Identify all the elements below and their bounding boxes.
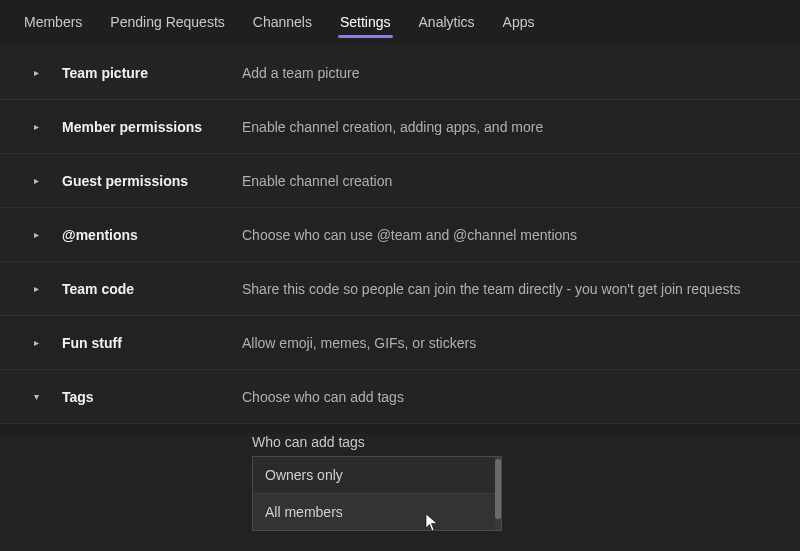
- tab-channels[interactable]: Channels: [239, 8, 326, 40]
- row-title: Team picture: [62, 65, 242, 81]
- chevron-right-icon: ▸: [28, 67, 44, 78]
- row-title: Team code: [62, 281, 242, 297]
- tab-bar: Members Pending Requests Channels Settin…: [0, 0, 800, 40]
- scrollbar[interactable]: [495, 457, 501, 530]
- settings-row-guest-permissions[interactable]: ▸ Guest permissions Enable channel creat…: [0, 154, 800, 208]
- row-title: @mentions: [62, 227, 242, 243]
- settings-row-fun-stuff[interactable]: ▸ Fun stuff Allow emoji, memes, GIFs, or…: [0, 316, 800, 370]
- settings-row-team-picture[interactable]: ▸ Team picture Add a team picture: [0, 46, 800, 100]
- chevron-down-icon: ▾: [28, 391, 44, 402]
- settings-row-team-code[interactable]: ▸ Team code Share this code so people ca…: [0, 262, 800, 316]
- row-title: Tags: [62, 389, 242, 405]
- settings-row-member-permissions[interactable]: ▸ Member permissions Enable channel crea…: [0, 100, 800, 154]
- row-desc: Choose who can add tags: [242, 389, 790, 405]
- row-desc: Allow emoji, memes, GIFs, or stickers: [242, 335, 790, 351]
- tab-apps[interactable]: Apps: [489, 8, 549, 40]
- tab-pending-requests[interactable]: Pending Requests: [96, 8, 238, 40]
- row-title: Fun stuff: [62, 335, 242, 351]
- tab-analytics[interactable]: Analytics: [405, 8, 489, 40]
- row-desc: Enable channel creation: [242, 173, 790, 189]
- settings-row-mentions[interactable]: ▸ @mentions Choose who can use @team and…: [0, 208, 800, 262]
- tags-option-all-members[interactable]: All members: [253, 494, 501, 530]
- row-desc: Share this code so people can join the t…: [242, 281, 790, 297]
- chevron-right-icon: ▸: [28, 229, 44, 240]
- tab-settings[interactable]: Settings: [326, 8, 405, 40]
- row-desc: Choose who can use @team and @channel me…: [242, 227, 790, 243]
- row-title: Member permissions: [62, 119, 242, 135]
- chevron-right-icon: ▸: [28, 175, 44, 186]
- chevron-right-icon: ▸: [28, 121, 44, 132]
- row-title: Guest permissions: [62, 173, 242, 189]
- tags-field-label: Who can add tags: [252, 434, 800, 450]
- chevron-right-icon: ▸: [28, 337, 44, 348]
- settings-row-tags[interactable]: ▾ Tags Choose who can add tags: [0, 370, 800, 424]
- chevron-right-icon: ▸: [28, 283, 44, 294]
- tags-dropdown[interactable]: Owners only All members: [252, 456, 502, 531]
- tags-expanded-region: Who can add tags Owners only All members: [0, 434, 800, 551]
- row-desc: Enable channel creation, adding apps, an…: [242, 119, 790, 135]
- row-desc: Add a team picture: [242, 65, 790, 81]
- tags-option-owners-only[interactable]: Owners only: [253, 457, 501, 494]
- tab-members[interactable]: Members: [10, 8, 96, 40]
- settings-panel: ▸ Team picture Add a team picture ▸ Memb…: [0, 40, 800, 551]
